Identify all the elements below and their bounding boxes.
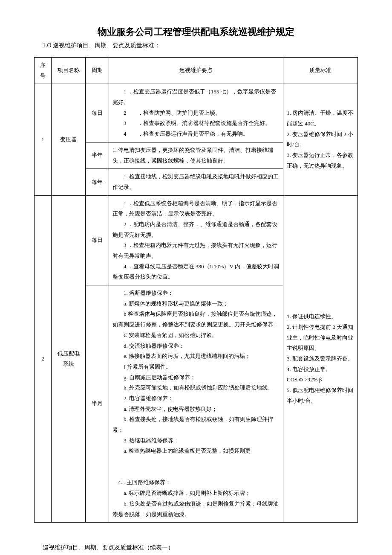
cell-period: 每年 bbox=[86, 169, 109, 195]
footer-note: 巡视维护项目、周期、要点及质量标准（续表一） bbox=[43, 544, 358, 552]
cell-points: 1. 检查接地线，检测变压器绝缘电吼及接地电吼并做好相应的工作记录。 bbox=[109, 169, 283, 195]
maintenance-table: 序号 项目名称 周期 巡视维护要点 质量标准 1 变压器 每日 1 ．检查变压器… bbox=[34, 57, 358, 523]
cell-points: 1. 熔断器维修保养： a. 新熔体的规格和形状与更换的熔体一致； b 检查熔体… bbox=[109, 285, 283, 523]
page-subtitle: 1.O 巡视维护项目、周期、要点及质量标准： bbox=[43, 42, 358, 49]
cell-seq: 2 bbox=[35, 195, 52, 523]
header-name: 项目名称 bbox=[52, 58, 86, 84]
header-seq: 序号 bbox=[35, 58, 52, 84]
cell-standard: 1. 保证供电连续性。2. 计划性停电提前 2 天通知业主，临时性停电及时向业主… bbox=[283, 195, 358, 523]
cell-period: 每日 bbox=[86, 195, 109, 285]
cell-standard: 1. 房内清洁、干燥，温度不能超过 40C。2. 变压器维修保养时间 2 小时/… bbox=[283, 84, 358, 195]
table-header-row: 序号 项目名称 周期 巡视维护要点 质量标准 bbox=[35, 58, 358, 84]
header-standard: 质量标准 bbox=[283, 58, 358, 84]
cell-points: 1 ．检查变压器运行温度是否低于（155 七），数字显示仪是否完好。 2 ．检查… bbox=[109, 84, 283, 142]
table-row: 1 变压器 每日 1 ．检查变压器运行温度是否低于（155 七），数字显示仪是否… bbox=[35, 84, 358, 142]
header-period: 周期 bbox=[86, 58, 109, 84]
cell-period: 半年 bbox=[86, 142, 109, 169]
cell-period: 半月 bbox=[86, 285, 109, 523]
table-row: 2 低压配电系统 每日 1 ．检查低压系统各柜箱编号是否清晰、明了，指示灯显示是… bbox=[35, 195, 358, 285]
cell-name: 低压配电系统 bbox=[52, 195, 86, 523]
cell-points: 1. 停电清扫变压器，更换坏的瓷套管及紧固件。清洁、打磨接线端头，正确接线，紧固… bbox=[109, 142, 283, 169]
cell-period: 每日 bbox=[86, 84, 109, 142]
cell-name: 变压器 bbox=[52, 84, 86, 195]
page-title: 物业服务公司工程管理供配电系统巡视维护规定 bbox=[34, 26, 358, 38]
header-points: 巡视维护要点 bbox=[109, 58, 283, 84]
cell-seq: 1 bbox=[35, 84, 52, 195]
cell-points: 1 ．检查低压系统各柜箱编号是否清晰、明了，指示灯显示是否正常，外观是否清洁，显… bbox=[109, 195, 283, 285]
